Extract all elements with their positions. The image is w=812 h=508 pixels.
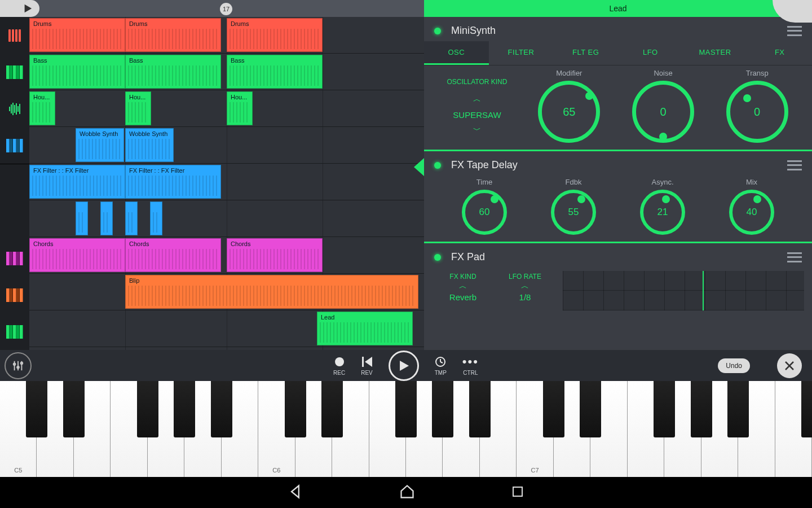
close-button[interactable]	[777, 353, 802, 378]
clip[interactable]: FX Filter : : FX Filter	[29, 165, 125, 199]
track-icon-blip[interactable]	[0, 277, 29, 313]
clip[interactable]: Lead	[317, 312, 413, 345]
black-key[interactable]	[26, 381, 47, 437]
knob-modifier[interactable]: 65	[538, 81, 600, 143]
fx-xy-pad[interactable]	[563, 271, 804, 310]
module-menu-icon[interactable]	[787, 160, 802, 170]
black-key[interactable]	[395, 381, 417, 437]
track-icon-chords[interactable]	[0, 240, 29, 277]
track-icon-synth[interactable]	[0, 127, 29, 164]
knob-mix[interactable]: 40	[729, 190, 774, 235]
track-row[interactable]: DrumsDrumsDrums	[29, 17, 424, 54]
clip[interactable]: Wobble Synth	[125, 128, 174, 162]
clip[interactable]: Drums	[125, 18, 221, 52]
black-key[interactable]	[580, 381, 601, 437]
clip[interactable]: Bass	[125, 55, 221, 89]
black-key[interactable]	[321, 381, 343, 437]
chevron-down-icon[interactable]: ﹀	[432, 125, 522, 135]
mixer-button[interactable]	[5, 352, 32, 379]
clip[interactable]: Drums	[227, 18, 323, 52]
clip[interactable]: Chords	[125, 238, 221, 272]
power-led-icon[interactable]	[434, 162, 441, 169]
black-key[interactable]	[727, 381, 749, 437]
clip[interactable]: Bass	[227, 55, 323, 89]
track-row[interactable]: BassBassBass	[29, 54, 424, 90]
clip[interactable]: Hou...	[227, 91, 253, 125]
module-menu-icon[interactable]	[787, 26, 802, 36]
track-icon-audio[interactable]	[0, 90, 29, 127]
playhead-marker[interactable]: 17	[220, 3, 232, 15]
ctrl-button[interactable]: •••CTRL	[462, 355, 479, 376]
clip[interactable]: Chords	[29, 238, 125, 272]
module-menu-icon[interactable]	[787, 252, 802, 262]
track-icon-bass[interactable]	[0, 54, 29, 90]
clip[interactable]: Chords	[227, 238, 323, 272]
track-row[interactable]: Hou...Hou...Hou...	[29, 90, 424, 127]
osc-kind-value: SUPERSAW	[432, 104, 522, 125]
clip-label: Bass	[231, 57, 319, 64]
clip[interactable]: Hou...	[125, 91, 151, 125]
clip[interactable]: Wobble Synth	[76, 128, 124, 162]
tab-lfo[interactable]: LFO	[618, 41, 683, 65]
black-key[interactable]	[654, 381, 675, 437]
track-row[interactable]: ChordsChordsChords	[29, 237, 424, 274]
black-key[interactable]	[63, 381, 85, 437]
clip[interactable]: FX Filter : : FX Filter	[125, 165, 221, 199]
chevron-up-icon[interactable]: ︿	[494, 281, 556, 291]
track-row[interactable]: Wobble SynthWobble Synth	[29, 127, 424, 164]
knob-async[interactable]: 21	[640, 190, 685, 235]
clip[interactable]	[150, 202, 162, 235]
tab-fx[interactable]: FX	[747, 41, 812, 65]
tab-master[interactable]: MASTER	[683, 41, 748, 65]
lfo-rate-picker[interactable]: LFO RATE ︿ 1/8	[494, 271, 556, 303]
clip[interactable]: Blip	[125, 275, 418, 309]
android-home-icon[interactable]	[399, 484, 415, 502]
track-icon-drums[interactable]	[0, 17, 29, 54]
play-button[interactable]	[389, 351, 419, 381]
clip[interactable]: Drums	[29, 18, 125, 52]
power-led-icon[interactable]	[434, 254, 441, 261]
knob-fdbk[interactable]: 55	[551, 190, 596, 235]
track-row[interactable]: Blip	[29, 274, 424, 310]
black-key[interactable]	[432, 381, 453, 437]
tab-flteg[interactable]: FLT EG	[553, 41, 618, 65]
track-icon-lead[interactable]	[0, 313, 29, 350]
black-key[interactable]	[137, 381, 158, 437]
clip[interactable]: Bass	[29, 55, 125, 89]
osc-kind-picker[interactable]: OSCILLATOR KIND ︿ SUPERSAW ﹀	[432, 76, 522, 135]
black-key[interactable]	[801, 381, 812, 437]
track-row[interactable]	[29, 200, 424, 237]
clip[interactable]	[125, 202, 138, 235]
knob-time[interactable]: 60	[462, 190, 507, 235]
chevron-up-icon[interactable]: ︿	[432, 281, 494, 291]
timeline-ruler[interactable]: 17	[29, 0, 424, 17]
record-button[interactable]: REC	[333, 355, 345, 376]
clip[interactable]	[76, 202, 88, 235]
black-key[interactable]	[211, 381, 232, 437]
black-key[interactable]	[469, 381, 491, 437]
play-top-button[interactable]	[0, 0, 39, 17]
tab-filter[interactable]: FILTER	[489, 41, 554, 65]
rewind-button[interactable]: REV	[361, 355, 373, 376]
knob-transp[interactable]: 0	[726, 81, 788, 143]
android-recent-icon[interactable]	[511, 485, 524, 501]
black-key[interactable]	[691, 381, 712, 437]
undo-button[interactable]: Undo	[718, 358, 750, 373]
black-key[interactable]	[174, 381, 195, 437]
tempo-button[interactable]: TMP	[435, 355, 447, 376]
power-led-icon[interactable]	[434, 28, 441, 34]
clip[interactable]	[100, 202, 113, 235]
track-row[interactable]: Lead	[29, 310, 424, 347]
track-row[interactable]: FX Filter : : FX FilterFX Filter : : FX …	[29, 164, 424, 200]
clip[interactable]: Hou...	[29, 91, 55, 125]
black-key[interactable]	[285, 381, 306, 437]
arrangement-grid[interactable]: DrumsDrumsDrumsBassBassBassHou...Hou...H…	[29, 17, 424, 350]
tab-osc[interactable]: OSC	[424, 41, 489, 65]
chevron-up-icon[interactable]: ︿	[432, 94, 522, 104]
module-minisynth: MiniSynth OSC FILTER FLT EG LFO MASTER F…	[424, 17, 812, 151]
piano-keyboard[interactable]	[0, 381, 812, 477]
android-back-icon[interactable]	[288, 484, 303, 502]
black-key[interactable]	[543, 381, 564, 437]
fx-kind-picker[interactable]: FX KIND ︿ Reverb	[432, 271, 494, 303]
knob-noise[interactable]: 0	[632, 81, 694, 143]
